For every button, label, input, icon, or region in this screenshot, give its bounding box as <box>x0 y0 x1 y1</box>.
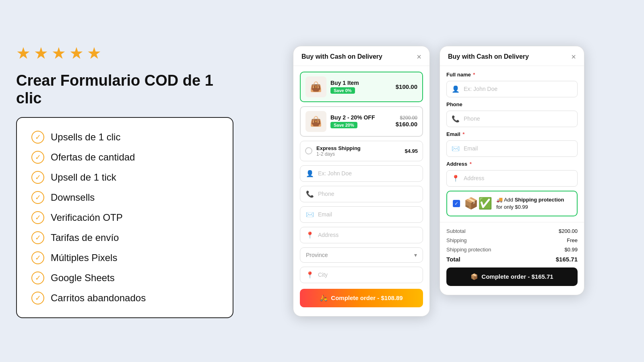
email-icon-modal2: ✉️ <box>452 145 460 152</box>
address-field-modal1[interactable]: 📍 Address <box>300 227 423 243</box>
shipping-protection-box[interactable]: ✓ 📦✅ 🚚 Add Shipping protectionfor only $… <box>446 191 578 216</box>
modals-section: Buy with Cash on Delivery × 👜 Buy 1 Item… <box>250 46 628 317</box>
star-1: ★ <box>16 44 31 62</box>
fullname-label: Full name * <box>446 72 578 78</box>
address-input[interactable]: 📍 Address <box>446 170 578 187</box>
email-field-modal1[interactable]: ✉️ Email <box>300 206 423 223</box>
email-label: Email * <box>446 131 578 137</box>
star-2: ★ <box>34 44 48 62</box>
fullname-group: Full name * 👤 Ex: John Doe <box>446 72 578 97</box>
price-current-2: $160.00 <box>396 121 417 128</box>
modal-2-close-button[interactable]: × <box>571 53 576 61</box>
feature-pixels: ✓ Múltiples Pixels <box>31 251 218 264</box>
order-summary: Subtotal $200.00 Shipping Free Shipping … <box>440 222 584 295</box>
complete-order-button-modal1[interactable]: 🛵 Complete order - $108.89 <box>300 289 423 307</box>
product-info-1: Buy 1 Item Save 0% <box>330 80 392 94</box>
email-group: Email * ✉️ Email <box>446 131 578 157</box>
email-input[interactable]: ✉️ Email <box>446 140 578 157</box>
phone-field-modal1[interactable]: 📞 Phone <box>300 186 423 202</box>
address-placeholder-modal2: Address <box>464 175 484 181</box>
check-icon-pixels: ✓ <box>31 251 44 264</box>
name-placeholder-modal1: Ex: John Doe <box>318 170 352 177</box>
left-section: ★ ★ ★ ★ ★ Crear Formulario COD de 1 clic… <box>16 44 233 318</box>
check-icon-shipping: ✓ <box>31 231 44 244</box>
feature-carts: ✓ Carritos abandonados <box>31 292 218 304</box>
modal-2: Buy with Cash on Delivery × Full name * … <box>440 46 584 295</box>
chevron-down-icon: ▾ <box>414 252 417 258</box>
shipping-option[interactable]: Express Shipping 1-2 days $4.95 <box>300 141 423 161</box>
phone-input[interactable]: 📞 Phone <box>446 111 578 127</box>
phone-label: Phone <box>446 101 578 107</box>
complete-order-button-modal2[interactable]: 📦 Complete order - $165.71 <box>446 267 578 286</box>
check-icon-downsells: ✓ <box>31 191 44 204</box>
total-label: Total <box>446 256 460 263</box>
subtotal-label: Subtotal <box>446 228 466 234</box>
product-image-2: 👜 <box>305 111 326 132</box>
feature-text-carts: Carritos abandonados <box>51 292 146 304</box>
address-placeholder-modal1: Address <box>318 232 339 238</box>
feature-text-quantity: Ofertas de cantidad <box>51 152 135 163</box>
feature-text-upsell-tick: Upsell de 1 tick <box>51 172 116 183</box>
features-box: ✓ Upsells de 1 clic ✓ Ofertas de cantida… <box>16 117 233 318</box>
modal-2-title: Buy with Cash on Delivery <box>448 53 529 60</box>
protection-checkbox[interactable]: ✓ <box>453 200 460 207</box>
price-current-1: $100.00 <box>396 83 417 90</box>
product-price-1: $100.00 <box>396 83 417 90</box>
modal-1-close-button[interactable]: × <box>417 53 421 61</box>
phone-placeholder-modal2: Phone <box>464 115 480 122</box>
email-icon-modal1: ✉️ <box>306 211 314 218</box>
province-select[interactable]: Province ▾ <box>300 247 423 263</box>
star-rating: ★ ★ ★ ★ ★ <box>16 44 233 62</box>
address-icon-modal1: 📍 <box>306 231 314 239</box>
shipping-summary-value: Free <box>567 237 578 243</box>
product-image-1: 👜 <box>305 76 326 97</box>
address-icon-modal2: 📍 <box>452 175 460 182</box>
check-icon-otp: ✓ <box>31 211 44 224</box>
subtotal-row: Subtotal $200.00 <box>446 228 578 234</box>
check-icon-carts: ✓ <box>31 292 44 304</box>
required-star-email: * <box>461 131 465 137</box>
protection-row: Shipping protection $0.99 <box>446 247 578 253</box>
email-placeholder-modal1: Email <box>318 211 332 218</box>
phone-group: Phone 📞 Phone <box>446 101 578 127</box>
product-option-1[interactable]: 👜 Buy 1 Item Save 0% $100.00 <box>300 72 423 102</box>
feature-upsells: ✓ Upsells de 1 clic <box>31 131 218 144</box>
star-4: ★ <box>69 44 84 62</box>
check-icon-quantity: ✓ <box>31 151 44 164</box>
feature-otp: ✓ Verificación OTP <box>31 211 218 224</box>
person-icon-modal1: 👤 <box>306 170 314 177</box>
name-field-modal1[interactable]: 👤 Ex: John Doe <box>300 165 423 182</box>
feature-text-downsells: Downsells <box>51 192 95 203</box>
modal-1-header: Buy with Cash on Delivery × <box>293 46 429 66</box>
province-label: Province <box>306 252 328 258</box>
modal-1-title: Buy with Cash on Delivery <box>301 53 382 60</box>
headline: Crear Formulario COD de 1 clic <box>16 72 233 107</box>
protection-summary-value: $0.99 <box>564 247 578 253</box>
feature-quantity: ✓ Ofertas de cantidad <box>31 151 218 164</box>
feature-shipping: ✓ Tarifas de envío <box>31 231 218 244</box>
total-row: Total $165.71 <box>446 256 578 263</box>
city-field-modal1[interactable]: 📍 City <box>300 267 423 283</box>
modal-2-header: Buy with Cash on Delivery × <box>440 46 584 66</box>
feature-text-pixels: Múltiples Pixels <box>51 252 117 263</box>
check-icon-upsells: ✓ <box>31 131 44 144</box>
save-badge-1: Save 0% <box>330 87 355 94</box>
save-badge-2: Save 20% <box>330 122 357 128</box>
product-option-2[interactable]: 👜 Buy 2 - 20% OFF Save 20% $200.00 $160.… <box>300 106 423 137</box>
star-5: ★ <box>87 44 101 62</box>
radio-express-shipping <box>305 147 312 154</box>
feature-text-sheets: Google Sheets <box>51 272 115 284</box>
address-group: Address * 📍 Address <box>446 161 578 187</box>
product-info-2: Buy 2 - 20% OFF Save 20% <box>330 114 392 128</box>
check-icon-upsell-tick: ✓ <box>31 171 44 184</box>
modal-2-body: Full name * 👤 Ex: John Doe Phone 📞 Phone <box>440 66 584 222</box>
total-value: $165.71 <box>556 256 578 263</box>
product-name-1: Buy 1 Item <box>330 80 392 86</box>
feature-text-otp: Verificación OTP <box>51 212 123 223</box>
shipping-summary-label: Shipping <box>446 237 467 243</box>
shipping-info: Express Shipping 1-2 days <box>316 145 400 157</box>
feature-upsell-tick: ✓ Upsell de 1 tick <box>31 171 218 184</box>
complete-order-label-modal2: Complete order - $165.71 <box>481 273 553 280</box>
fullname-input[interactable]: 👤 Ex: John Doe <box>446 81 578 97</box>
required-star-name: * <box>472 72 475 78</box>
